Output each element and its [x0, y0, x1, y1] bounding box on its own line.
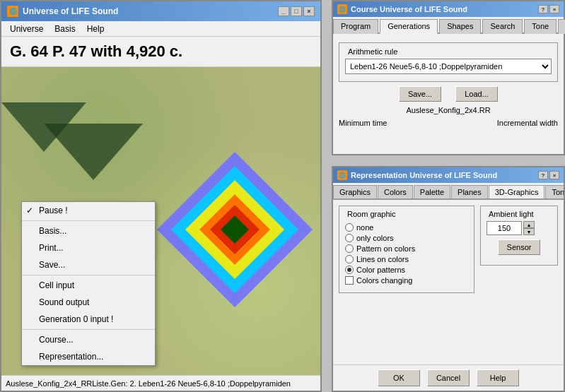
menu-universe[interactable]: Universe — [4, 23, 49, 35]
ctx-save[interactable]: Save... — [22, 256, 155, 273]
repr-tab-bar: Graphics Colors Palette Planes 3D-Graphi… — [333, 183, 564, 200]
course-content: Arithmetic rule Leben1-26 Neue5-6,8-10 ;… — [333, 34, 564, 133]
ctx-cell-input[interactable]: Cell input — [22, 277, 155, 294]
ambient-light-title: Ambient light — [487, 210, 536, 218]
radio-pattern-on-colors-label: Pattern on colors — [356, 244, 415, 253]
sensor-btn-row: Sensor — [487, 239, 552, 255]
radio-color-patterns-circle[interactable] — [345, 266, 354, 274]
course-tab-bar: Program Generations Shapes Search Tone S… — [333, 17, 564, 34]
repr-help-button[interactable]: ? — [538, 171, 548, 179]
repr-window: 🌐 Representation Universe of LIFE Sound … — [332, 166, 565, 392]
course-window-controls: ? × — [538, 5, 559, 13]
main-header: G. 64 P. 47 with 4,920 c. — [1, 37, 320, 67]
tab-search[interactable]: Search — [482, 19, 523, 34]
ctx-sep-3 — [22, 329, 155, 330]
course-window-title: Course Universe of LIFE Sound — [351, 5, 467, 13]
ambient-light-panel: Ambient light ▲ ▼ Sensor — [480, 206, 558, 297]
sensor-button[interactable]: Sensor — [498, 239, 540, 255]
status-bar: Auslese_Konfig_2x4_RRListe.Gen: 2. Leben… — [1, 375, 320, 391]
radio-none-circle[interactable] — [345, 223, 354, 232]
radio-lines-on-colors-label: Lines on colors — [356, 255, 409, 263]
tab-program[interactable]: Program — [333, 19, 378, 34]
repr-window-icon: 🌐 — [337, 170, 347, 180]
radio-pattern-on-colors-circle[interactable] — [345, 244, 354, 253]
radio-lines-on-colors: Lines on colors — [345, 255, 468, 263]
help-button[interactable]: Help — [477, 369, 519, 386]
repr-tab-graphics[interactable]: Graphics — [333, 185, 377, 200]
main-window-icon: 🌐 — [7, 6, 18, 17]
radio-lines-on-colors-circle[interactable] — [345, 255, 354, 263]
repr-tab-planes[interactable]: Planes — [451, 185, 488, 200]
radio-only-colors-label: only colors — [356, 234, 394, 242]
repr-title-bar: 🌐 Representation Universe of LIFE Sound … — [333, 167, 564, 183]
main-title-bar: 🌐 Universe of LIFE Sound _ □ × — [1, 1, 320, 21]
save-button[interactable]: Save... — [399, 86, 441, 102]
status-text: Auslese_Konfig_2x4_RRListe.Gen: 2. Leben… — [6, 379, 291, 388]
context-menu: Pause ! Basis... Print... Save... Cell i… — [21, 201, 156, 366]
main-window-controls: _ □ × — [278, 6, 315, 16]
course-close-button[interactable]: × — [549, 5, 559, 13]
repr-tab-palette[interactable]: Palette — [414, 185, 450, 200]
arithmetic-dropdown[interactable]: Leben1-26 Neue5-6,8-10 ;Doppelpyramiden — [345, 59, 552, 74]
repr-tab-3d-graphics[interactable]: 3D-Graphics — [489, 185, 545, 200]
ok-button[interactable]: OK — [378, 369, 420, 386]
radio-pattern-on-colors: Pattern on colors — [345, 244, 468, 253]
course-window-icon: 🌐 — [337, 4, 347, 14]
main-window-title: Universe of LIFE Sound — [23, 6, 118, 16]
cancel-button[interactable]: Cancel — [427, 369, 470, 386]
ctx-course[interactable]: Course... — [22, 331, 155, 348]
checkbox-colors-changing-box[interactable] — [345, 276, 354, 285]
bottom-labels: Minimum time Incremental width — [339, 119, 558, 127]
room-graphic-group: Room graphic none only colors Pattern on… — [339, 206, 474, 293]
spin-down-arrow[interactable]: ▼ — [523, 228, 535, 235]
ctx-sep-2 — [22, 275, 155, 275]
repr-bottom-buttons: OK Cancel Help — [333, 364, 564, 391]
checkbox-colors-changing-label: Colors changing — [356, 276, 413, 285]
spin-up-arrow[interactable]: ▲ — [523, 221, 535, 228]
spin-arrows: ▲ ▼ — [523, 221, 535, 235]
close-button[interactable]: × — [303, 6, 315, 16]
repr-window-title: Representation Universe of LIFE Sound — [351, 171, 497, 179]
course-window: 🌐 Course Universe of LIFE Sound ? × Prog… — [332, 0, 565, 155]
ctx-representation[interactable]: Representation... — [22, 348, 155, 365]
ctx-pause[interactable]: Pause ! — [22, 202, 155, 219]
menu-help[interactable]: Help — [81, 23, 110, 35]
radio-none: none — [345, 223, 468, 232]
repr-window-controls: ? × — [538, 171, 559, 179]
ambient-light-input[interactable] — [487, 221, 522, 235]
arithmetic-dropdown-row: Leben1-26 Neue5-6,8-10 ;Doppelpyramiden — [345, 59, 552, 74]
ctx-print[interactable]: Print... — [22, 239, 155, 256]
ctx-sep-1 — [22, 220, 155, 221]
ambient-light-group: Ambient light ▲ ▼ Sensor — [480, 206, 558, 266]
radio-none-label: none — [356, 223, 373, 232]
radio-color-patterns: Color patterns — [345, 266, 468, 274]
ctx-sound-output[interactable]: Sound output — [22, 294, 155, 311]
load-button[interactable]: Load... — [455, 86, 498, 102]
radio-color-patterns-label: Color patterns — [356, 266, 405, 274]
ctx-basis[interactable]: Basis... — [22, 222, 155, 239]
repr-tab-tone-gr[interactable]: Tone Gr. — [545, 185, 564, 200]
radio-only-colors-circle[interactable] — [345, 234, 354, 242]
radio-only-colors: only colors — [345, 234, 468, 242]
room-graphic-title: Room graphic — [345, 210, 397, 218]
room-graphic-panel: Room graphic none only colors Pattern on… — [339, 206, 474, 297]
tab-sounds[interactable]: Sounds — [558, 19, 565, 34]
repr-content: Room graphic none only colors Pattern on… — [333, 200, 564, 303]
tab-generations[interactable]: Generations — [380, 19, 438, 34]
tab-shapes[interactable]: Shapes — [439, 19, 481, 34]
course-help-button[interactable]: ? — [538, 5, 548, 13]
course-btn-row: Save... Load... — [339, 86, 558, 102]
minimize-button[interactable]: _ — [278, 6, 289, 16]
maximize-button[interactable]: □ — [291, 6, 302, 16]
menu-bar: Universe Basis Help — [1, 21, 320, 37]
course-title-bar: 🌐 Course Universe of LIFE Sound ? × — [333, 1, 564, 17]
repr-close-button[interactable]: × — [549, 171, 559, 179]
ctx-generation-input[interactable]: Generation 0 input ! — [22, 311, 155, 328]
incr-width-label: Incremental width — [497, 119, 558, 127]
arithmetic-rule-fieldset: Arithmetic rule Leben1-26 Neue5-6,8-10 ;… — [339, 42, 558, 82]
checkbox-colors-changing: Colors changing — [345, 276, 468, 285]
tab-tone[interactable]: Tone — [524, 19, 557, 34]
repr-tab-colors[interactable]: Colors — [378, 185, 413, 200]
spin-control: ▲ ▼ — [487, 221, 552, 235]
menu-basis[interactable]: Basis — [49, 23, 81, 35]
